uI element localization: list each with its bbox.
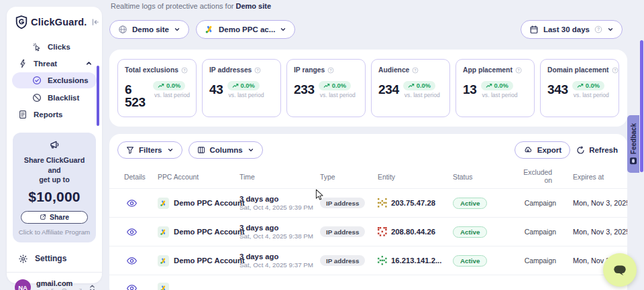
columns-button[interactable]: Columns bbox=[189, 141, 263, 159]
chat-launcher-button[interactable] bbox=[603, 253, 637, 287]
eye-icon[interactable] bbox=[124, 285, 158, 290]
sidebar-item-label: Clicks bbox=[48, 43, 70, 51]
svg-text:?: ? bbox=[257, 68, 260, 72]
status-cell: Active bbox=[453, 226, 520, 238]
details-eye-icon[interactable] bbox=[124, 228, 158, 236]
download-cloud-icon bbox=[523, 145, 533, 155]
sidebar: ClickGuard. ClicksThreatExclusionsBlackl… bbox=[7, 7, 102, 283]
globe-icon bbox=[118, 25, 127, 34]
sidebar-item-threat[interactable]: Threat bbox=[7, 55, 102, 72]
stat-delta-badge: 0.0% bbox=[572, 81, 604, 90]
date-range-selector[interactable]: Last 30 days ? bbox=[521, 20, 623, 39]
affiliate-promo-card: Share ClickGuard and get up to $10,000 S… bbox=[13, 133, 96, 242]
page-scrollbar[interactable] bbox=[640, 40, 643, 172]
filters-label: Filters bbox=[139, 146, 162, 154]
stat-label: Domain placement bbox=[547, 66, 609, 74]
click-icon bbox=[32, 42, 42, 52]
help-icon: ? bbox=[515, 67, 522, 74]
google-ads-icon bbox=[158, 255, 169, 267]
brand-name: ClickGuard. bbox=[31, 17, 87, 27]
app-window: ClickGuard. ClicksThreatExclusionsBlackl… bbox=[0, 0, 644, 290]
ppc-account-name: Demo PPC Account bbox=[174, 228, 245, 236]
stat-card: App placement?130.0%vs. last period bbox=[455, 59, 535, 117]
stat-value: 233 bbox=[294, 83, 315, 96]
refresh-icon bbox=[576, 146, 585, 155]
chevron-down-icon bbox=[167, 147, 174, 153]
stat-card: IP ranges?2330.0%vs. last period bbox=[286, 59, 366, 117]
sidebar-collapse-icon[interactable] bbox=[91, 17, 100, 27]
columns-icon bbox=[197, 146, 205, 154]
stat-compare: vs. last period bbox=[227, 92, 264, 98]
chat-bubble-icon bbox=[612, 263, 628, 277]
context-selectors: Demo site Demo PPC ac... bbox=[109, 20, 295, 39]
document-icon bbox=[18, 110, 28, 119]
status-cell: Active bbox=[453, 198, 520, 209]
stat-delta-badge: 0.0% bbox=[319, 81, 351, 90]
status-cell: Active bbox=[453, 255, 520, 267]
share-button[interactable]: Share bbox=[21, 211, 88, 224]
time-cell: 3 days agoSat, Oct 4, 2025 9:39 PM bbox=[239, 195, 320, 211]
megaphone-icon bbox=[48, 139, 61, 151]
stat-value: 13 bbox=[463, 83, 477, 96]
filters-button[interactable]: Filters bbox=[117, 141, 182, 159]
column-header: Excluded on bbox=[520, 169, 556, 186]
refresh-label: Refresh bbox=[589, 146, 618, 154]
stat-value: 43 bbox=[209, 83, 223, 96]
google-ads-icon bbox=[158, 283, 169, 290]
logo: ClickGuard. bbox=[7, 7, 102, 35]
columns-label: Columns bbox=[210, 146, 243, 154]
type-cell: IP address bbox=[320, 198, 378, 208]
user-menu[interactable]: NA gmail.com naatali.ro@gmail.com bbox=[7, 273, 102, 290]
chevron-up-icon bbox=[85, 60, 93, 67]
sidebar-item-reports[interactable]: Reports bbox=[7, 106, 102, 123]
time-cell: 3 days agoSat, Oct 4, 2025 9:37 PM bbox=[239, 252, 320, 269]
ppc-account-selector[interactable]: Demo PPC ac... bbox=[196, 20, 295, 39]
lightning-icon bbox=[18, 59, 28, 68]
google-ads-icon bbox=[205, 25, 214, 34]
export-button[interactable]: Export bbox=[515, 141, 570, 159]
sidebar-item-blacklist[interactable]: Blacklist bbox=[7, 89, 102, 106]
site-selector-label: Demo site bbox=[132, 25, 169, 33]
stat-label: App placement bbox=[463, 66, 513, 74]
column-header: Details bbox=[124, 173, 158, 181]
trend-up-icon bbox=[486, 83, 492, 88]
details-eye-icon[interactable] bbox=[124, 257, 158, 265]
entity-cell: 203.75.47.28 bbox=[378, 198, 453, 208]
table-row: Demo PPC Account3 days agoSat, Oct 4, 20… bbox=[109, 217, 627, 246]
chevron-updown-icon bbox=[89, 283, 95, 290]
user-name: gmail.com bbox=[36, 279, 84, 289]
sidebar-item-exclusions[interactable]: Exclusions bbox=[12, 72, 97, 88]
svg-text:?: ? bbox=[517, 68, 520, 72]
refresh-button[interactable]: Refresh bbox=[576, 146, 618, 155]
column-header: Time bbox=[239, 173, 320, 181]
sidebar-item-settings[interactable]: Settings bbox=[7, 242, 102, 264]
funnel-icon bbox=[126, 146, 134, 154]
column-header: Expires at bbox=[556, 173, 621, 181]
sidebar-item-label: Reports bbox=[34, 111, 62, 119]
sidebar-item-clicks[interactable]: Clicks bbox=[7, 38, 102, 55]
stat-compare: vs. last period bbox=[481, 92, 518, 98]
time-exact: Sat, Oct 4, 2025 9:38 PM bbox=[239, 232, 320, 240]
subtitle-site-name: Demo site bbox=[235, 2, 271, 10]
blocked-icon bbox=[32, 93, 42, 102]
stat-label: Total exclusions bbox=[125, 66, 178, 74]
time-exact: Sat, Oct 4, 2025 9:37 PM bbox=[239, 261, 320, 269]
feedback-tab[interactable]: Feedback bbox=[627, 115, 639, 173]
stat-compare: vs. last period bbox=[153, 92, 190, 98]
help-icon: ? bbox=[594, 25, 602, 33]
entity-identicon bbox=[378, 256, 387, 265]
sidebar-item-label: Blacklist bbox=[48, 94, 79, 102]
stat-delta: 0.0% bbox=[586, 82, 600, 89]
time-relative: 3 days ago bbox=[239, 252, 320, 261]
table-header-row: DetailsPPC AccountTimeTypeEntityStatusEx… bbox=[109, 165, 627, 188]
trend-up-icon bbox=[232, 83, 239, 88]
trend-up-icon bbox=[577, 83, 584, 88]
site-selector[interactable]: Demo site bbox=[109, 20, 189, 39]
stat-delta-badge: 0.0% bbox=[227, 81, 260, 90]
chevron-down-icon bbox=[174, 26, 180, 33]
entity-cell: 16.213.141.2... bbox=[378, 256, 453, 265]
sidebar-scrollbar[interactable] bbox=[97, 66, 99, 126]
details-eye-icon[interactable] bbox=[124, 200, 158, 207]
promo-footer-link[interactable]: Click to Affiliate Program bbox=[17, 228, 91, 236]
stat-delta: 0.0% bbox=[332, 82, 346, 89]
